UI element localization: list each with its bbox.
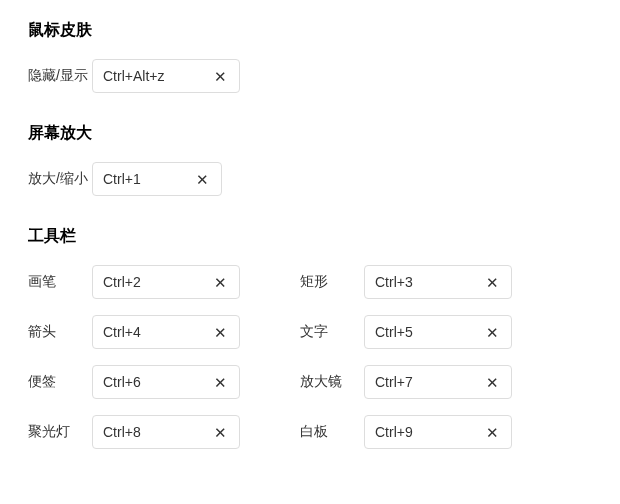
hotkey-input-magnifier[interactable]: Ctrl+7 ✕ <box>364 365 512 399</box>
hotkey-input-zoom[interactable]: Ctrl+1 ✕ <box>92 162 222 196</box>
clear-icon[interactable]: ✕ <box>484 425 501 440</box>
section-mouse-skin: 鼠标皮肤 隐藏/显示 Ctrl+Alt+z ✕ <box>28 20 592 93</box>
label-hide-show: 隐藏/显示 <box>28 67 92 85</box>
hotkey-value: Ctrl+2 <box>103 274 141 290</box>
hotkey-input-arrow[interactable]: Ctrl+4 ✕ <box>92 315 240 349</box>
clear-icon[interactable]: ✕ <box>212 69 229 84</box>
hotkey-value: Ctrl+6 <box>103 374 141 390</box>
label-rect: 矩形 <box>300 273 364 291</box>
section-toolbar: 工具栏 画笔 Ctrl+2 ✕ 矩形 Ctrl+3 ✕ 箭头 <box>28 226 592 449</box>
clear-icon[interactable]: ✕ <box>484 325 501 340</box>
label-arrow: 箭头 <box>28 323 92 341</box>
hotkey-value: Ctrl+4 <box>103 324 141 340</box>
clear-icon[interactable]: ✕ <box>212 425 229 440</box>
hotkey-value: Ctrl+9 <box>375 424 413 440</box>
label-magnifier: 放大镜 <box>300 373 364 391</box>
field-whiteboard: 白板 Ctrl+9 ✕ <box>300 415 512 449</box>
label-spotlight: 聚光灯 <box>28 423 92 441</box>
hotkey-input-rect[interactable]: Ctrl+3 ✕ <box>364 265 512 299</box>
field-text: 文字 Ctrl+5 ✕ <box>300 315 512 349</box>
section-title: 工具栏 <box>28 226 592 247</box>
field-note: 便签 Ctrl+6 ✕ <box>28 365 240 399</box>
hotkey-value: Ctrl+Alt+z <box>103 68 164 84</box>
field-magnifier: 放大镜 Ctrl+7 ✕ <box>300 365 512 399</box>
hotkey-input-note[interactable]: Ctrl+6 ✕ <box>92 365 240 399</box>
hotkey-value: Ctrl+1 <box>103 171 141 187</box>
section-title: 鼠标皮肤 <box>28 20 592 41</box>
label-zoom: 放大/缩小 <box>28 170 92 188</box>
hotkey-value: Ctrl+7 <box>375 374 413 390</box>
field-brush: 画笔 Ctrl+2 ✕ <box>28 265 240 299</box>
field-spotlight: 聚光灯 Ctrl+8 ✕ <box>28 415 240 449</box>
hotkey-input-hide-show[interactable]: Ctrl+Alt+z ✕ <box>92 59 240 93</box>
field-rect: 矩形 Ctrl+3 ✕ <box>300 265 512 299</box>
hotkey-value: Ctrl+8 <box>103 424 141 440</box>
clear-icon[interactable]: ✕ <box>212 375 229 390</box>
clear-icon[interactable]: ✕ <box>484 275 501 290</box>
label-text: 文字 <box>300 323 364 341</box>
hotkey-input-spotlight[interactable]: Ctrl+8 ✕ <box>92 415 240 449</box>
hotkey-input-brush[interactable]: Ctrl+2 ✕ <box>92 265 240 299</box>
label-note: 便签 <box>28 373 92 391</box>
hotkey-input-text[interactable]: Ctrl+5 ✕ <box>364 315 512 349</box>
section-title: 屏幕放大 <box>28 123 592 144</box>
field-hide-show: 隐藏/显示 Ctrl+Alt+z ✕ <box>28 59 240 93</box>
hotkey-input-whiteboard[interactable]: Ctrl+9 ✕ <box>364 415 512 449</box>
section-screen-zoom: 屏幕放大 放大/缩小 Ctrl+1 ✕ <box>28 123 592 196</box>
hotkey-value: Ctrl+3 <box>375 274 413 290</box>
clear-icon[interactable]: ✕ <box>484 375 501 390</box>
clear-icon[interactable]: ✕ <box>212 275 229 290</box>
clear-icon[interactable]: ✕ <box>212 325 229 340</box>
field-zoom: 放大/缩小 Ctrl+1 ✕ <box>28 162 222 196</box>
field-arrow: 箭头 Ctrl+4 ✕ <box>28 315 240 349</box>
clear-icon[interactable]: ✕ <box>194 172 211 187</box>
label-brush: 画笔 <box>28 273 92 291</box>
label-whiteboard: 白板 <box>300 423 364 441</box>
hotkey-value: Ctrl+5 <box>375 324 413 340</box>
